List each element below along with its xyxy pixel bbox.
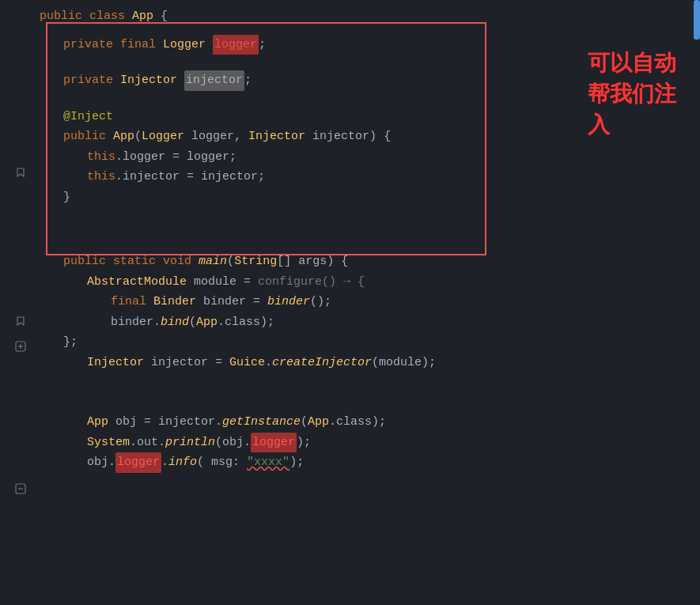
line-main-method: public static void main(String[] args) { <box>40 251 700 272</box>
line-println: System.out.println(obj.logger); <box>40 433 700 453</box>
line-info: obj.logger.info( msg: "xxxx"); <box>40 452 700 473</box>
line-close-constructor: } <box>40 187 700 208</box>
gutter-icon-4[interactable] <box>14 482 27 495</box>
line-create-injector: Injector injector = Guice.createInjector… <box>40 353 700 373</box>
injector-highlight: injector <box>184 70 244 91</box>
line-binder-bind: binder.bind(App.class); <box>40 312 700 333</box>
line-binder: final Binder binder = binder(); <box>40 292 700 312</box>
line-get-instance: App obj = injector.getInstance(App.class… <box>40 412 700 433</box>
logger-highlight-2: logger <box>251 433 297 453</box>
line-abstract-module: AbstractModule module = configure() → { <box>40 272 700 293</box>
line-this-injector: this.injector = injector; <box>40 167 700 187</box>
logger-highlight-1: logger <box>213 35 259 55</box>
line-class-header: public class App { <box>40 6 700 27</box>
annotation-text: 可以自动 帮我们注 入 <box>588 47 676 141</box>
line-this-logger: this.logger = logger; <box>40 147 700 168</box>
line-close-module: }; <box>40 332 700 353</box>
logger-highlight-3: logger <box>115 452 161 473</box>
